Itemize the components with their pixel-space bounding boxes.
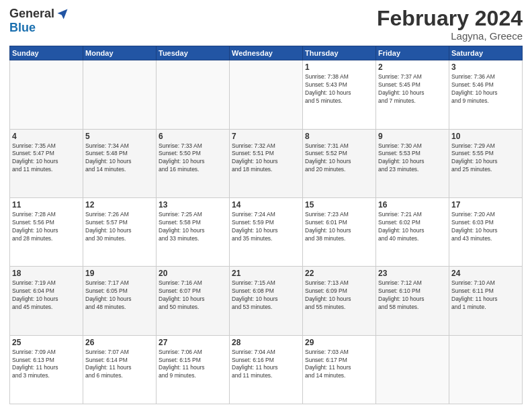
cell-5-7 — [449, 335, 523, 404]
day-info: Sunrise: 7:10 AM Sunset: 6:11 PM Dayligh… — [451, 279, 520, 312]
day-info: Sunrise: 7:36 AM Sunset: 5:46 PM Dayligh… — [451, 73, 520, 105]
week-row-5: 25Sunrise: 7:09 AM Sunset: 6:13 PM Dayli… — [10, 335, 523, 404]
day-info: Sunrise: 7:30 AM Sunset: 5:53 PM Dayligh… — [378, 142, 447, 175]
cell-1-3 — [157, 60, 230, 129]
day-number: 27 — [159, 338, 227, 347]
cell-2-6: 9Sunrise: 7:30 AM Sunset: 5:53 PM Daylig… — [376, 129, 449, 197]
day-number: 15 — [305, 200, 373, 210]
day-number: 4 — [12, 132, 81, 141]
day-info: Sunrise: 7:09 AM Sunset: 6:13 PM Dayligh… — [12, 349, 81, 381]
cell-2-5: 8Sunrise: 7:31 AM Sunset: 5:52 PM Daylig… — [303, 129, 376, 197]
cell-3-3: 13Sunrise: 7:25 AM Sunset: 5:58 PM Dayli… — [157, 197, 230, 266]
day-info: Sunrise: 7:19 AM Sunset: 6:04 PM Dayligh… — [12, 279, 81, 312]
cell-4-1: 18Sunrise: 7:19 AM Sunset: 6:04 PM Dayli… — [10, 267, 83, 335]
logo-text: General — [9, 7, 69, 21]
day-number: 13 — [159, 200, 227, 210]
cell-3-2: 12Sunrise: 7:26 AM Sunset: 5:57 PM Dayli… — [83, 197, 157, 266]
day-info: Sunrise: 7:24 AM Sunset: 5:59 PM Dayligh… — [232, 211, 300, 243]
header-tuesday: Tuesday — [157, 46, 230, 60]
cell-3-4: 14Sunrise: 7:24 AM Sunset: 5:59 PM Dayli… — [230, 197, 303, 266]
day-number: 1 — [305, 62, 373, 72]
header-friday: Friday — [376, 46, 449, 60]
header-sunday: Sunday — [10, 46, 83, 60]
cell-4-3: 20Sunrise: 7:16 AM Sunset: 6:07 PM Dayli… — [157, 267, 230, 335]
cell-3-7: 17Sunrise: 7:20 AM Sunset: 6:03 PM Dayli… — [449, 197, 523, 266]
month-title: February 2024 — [377, 7, 523, 30]
cell-2-3: 6Sunrise: 7:33 AM Sunset: 5:50 PM Daylig… — [157, 129, 230, 197]
logo-bird-icon — [56, 7, 69, 21]
day-info: Sunrise: 7:33 AM Sunset: 5:50 PM Dayligh… — [159, 142, 227, 175]
day-number: 16 — [378, 200, 447, 210]
day-number: 24 — [451, 269, 520, 278]
day-number: 23 — [378, 269, 447, 278]
cell-5-4: 28Sunrise: 7:04 AM Sunset: 6:16 PM Dayli… — [230, 335, 303, 404]
day-info: Sunrise: 7:13 AM Sunset: 6:09 PM Dayligh… — [305, 279, 373, 312]
header-thursday: Thursday — [303, 46, 376, 60]
cell-2-2: 5Sunrise: 7:34 AM Sunset: 5:48 PM Daylig… — [83, 129, 157, 197]
location: Lagyna, Greece — [377, 30, 523, 42]
cell-1-4 — [230, 60, 303, 129]
day-number: 11 — [12, 200, 81, 210]
cell-2-1: 4Sunrise: 7:35 AM Sunset: 5:47 PM Daylig… — [10, 129, 83, 197]
cell-5-5: 29Sunrise: 7:03 AM Sunset: 6:17 PM Dayli… — [303, 335, 376, 404]
day-number: 26 — [85, 338, 154, 347]
day-info: Sunrise: 7:29 AM Sunset: 5:55 PM Dayligh… — [451, 142, 520, 175]
day-info: Sunrise: 7:25 AM Sunset: 5:58 PM Dayligh… — [159, 211, 227, 243]
logo: General Blue — [9, 7, 69, 35]
day-info: Sunrise: 7:34 AM Sunset: 5:48 PM Dayligh… — [85, 142, 154, 175]
day-number: 21 — [232, 269, 300, 278]
day-info: Sunrise: 7:17 AM Sunset: 6:05 PM Dayligh… — [85, 279, 154, 312]
week-row-2: 4Sunrise: 7:35 AM Sunset: 5:47 PM Daylig… — [10, 129, 523, 197]
day-number: 8 — [305, 132, 373, 141]
day-number: 9 — [378, 132, 447, 141]
cell-4-2: 19Sunrise: 7:17 AM Sunset: 6:05 PM Dayli… — [83, 267, 157, 335]
cell-5-3: 27Sunrise: 7:06 AM Sunset: 6:15 PM Dayli… — [157, 335, 230, 404]
day-info: Sunrise: 7:03 AM Sunset: 6:17 PM Dayligh… — [305, 349, 373, 381]
cell-3-1: 11Sunrise: 7:28 AM Sunset: 5:56 PM Dayli… — [10, 197, 83, 266]
cell-5-1: 25Sunrise: 7:09 AM Sunset: 6:13 PM Dayli… — [10, 335, 83, 404]
cell-1-7: 3Sunrise: 7:36 AM Sunset: 5:46 PM Daylig… — [449, 60, 523, 129]
day-info: Sunrise: 7:28 AM Sunset: 5:56 PM Dayligh… — [12, 211, 81, 243]
day-number: 7 — [232, 132, 300, 141]
day-number: 25 — [12, 338, 81, 347]
header-row: Sunday Monday Tuesday Wednesday Thursday… — [10, 46, 523, 60]
day-number: 6 — [159, 132, 227, 141]
cell-2-4: 7Sunrise: 7:32 AM Sunset: 5:51 PM Daylig… — [230, 129, 303, 197]
title-section: February 2024 Lagyna, Greece — [377, 7, 523, 42]
logo-blue: Blue — [9, 21, 36, 35]
day-info: Sunrise: 7:06 AM Sunset: 6:15 PM Dayligh… — [159, 349, 227, 381]
cell-1-6: 2Sunrise: 7:37 AM Sunset: 5:45 PM Daylig… — [376, 60, 449, 129]
header: General Blue February 2024 Lagyna, Greec… — [9, 7, 523, 42]
day-number: 14 — [232, 200, 300, 210]
cell-1-5: 1Sunrise: 7:38 AM Sunset: 5:43 PM Daylig… — [303, 60, 376, 129]
cell-1-2 — [83, 60, 157, 129]
week-row-4: 18Sunrise: 7:19 AM Sunset: 6:04 PM Dayli… — [10, 267, 523, 335]
cell-2-7: 10Sunrise: 7:29 AM Sunset: 5:55 PM Dayli… — [449, 129, 523, 197]
day-number: 22 — [305, 269, 373, 278]
day-number: 29 — [305, 338, 373, 347]
day-info: Sunrise: 7:07 AM Sunset: 6:14 PM Dayligh… — [85, 349, 154, 381]
cell-5-6 — [376, 335, 449, 404]
week-row-3: 11Sunrise: 7:28 AM Sunset: 5:56 PM Dayli… — [10, 197, 523, 266]
week-row-1: 1Sunrise: 7:38 AM Sunset: 5:43 PM Daylig… — [10, 60, 523, 129]
day-number: 10 — [451, 132, 520, 141]
day-info: Sunrise: 7:21 AM Sunset: 6:02 PM Dayligh… — [378, 211, 447, 243]
day-info: Sunrise: 7:38 AM Sunset: 5:43 PM Dayligh… — [305, 73, 373, 105]
cell-1-1 — [10, 60, 83, 129]
day-info: Sunrise: 7:12 AM Sunset: 6:10 PM Dayligh… — [378, 279, 447, 312]
day-info: Sunrise: 7:31 AM Sunset: 5:52 PM Dayligh… — [305, 142, 373, 175]
day-number: 12 — [85, 200, 154, 210]
day-info: Sunrise: 7:23 AM Sunset: 6:01 PM Dayligh… — [305, 211, 373, 243]
cell-4-4: 21Sunrise: 7:15 AM Sunset: 6:08 PM Dayli… — [230, 267, 303, 335]
header-wednesday: Wednesday — [230, 46, 303, 60]
day-number: 3 — [451, 62, 520, 72]
page: General Blue February 2024 Lagyna, Greec… — [0, 0, 532, 411]
logo-general: General — [9, 7, 54, 21]
day-number: 19 — [85, 269, 154, 278]
day-number: 28 — [232, 338, 300, 347]
day-info: Sunrise: 7:04 AM Sunset: 6:16 PM Dayligh… — [232, 349, 300, 381]
day-info: Sunrise: 7:16 AM Sunset: 6:07 PM Dayligh… — [159, 279, 227, 312]
cell-4-5: 22Sunrise: 7:13 AM Sunset: 6:09 PM Dayli… — [303, 267, 376, 335]
cell-4-6: 23Sunrise: 7:12 AM Sunset: 6:10 PM Dayli… — [376, 267, 449, 335]
header-saturday: Saturday — [449, 46, 523, 60]
